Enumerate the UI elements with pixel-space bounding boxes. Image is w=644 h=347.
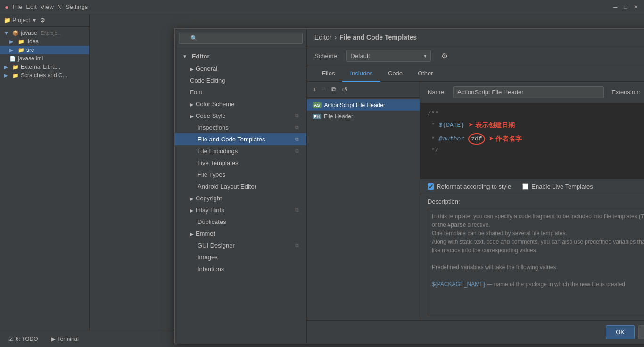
live-templates-checkbox[interactable] xyxy=(522,183,528,190)
tab-code[interactable]: Code xyxy=(380,66,410,82)
reformat-checkbox-label[interactable]: Reformat according to style xyxy=(428,183,511,190)
nav-item-copyright[interactable]: ▶Copyright xyxy=(175,192,306,204)
nav-gui-designer-label: GUI Designer xyxy=(190,242,235,249)
nav-duplicates-label: Duplicates xyxy=(190,218,226,225)
reformat-checkbox[interactable] xyxy=(428,183,434,190)
terminal-label: Terminal xyxy=(58,336,79,342)
template-item-actionscript[interactable]: AS ActionScript File Header xyxy=(307,99,420,111)
nav-item-code-editing[interactable]: Code Editing xyxy=(175,74,306,86)
scheme-label: Scheme: xyxy=(314,52,339,59)
as-badge: AS xyxy=(313,102,322,108)
template-name-input[interactable] xyxy=(453,86,604,98)
dialog-buttons: OK Cancel Apply xyxy=(307,320,644,344)
menu-edit[interactable]: Edit xyxy=(26,3,36,10)
nav-intentions-label: Intentions xyxy=(190,265,224,273)
nav-emmet-label: Emmet xyxy=(196,230,215,237)
description-title: Description: xyxy=(428,198,644,205)
nav-inspections-label: Inspections xyxy=(190,124,229,131)
nav-item-file-encodings[interactable]: File Encodings ⧉ xyxy=(175,145,306,157)
tab-includes[interactable]: Includes xyxy=(342,66,380,82)
template-actionscript-label: ActionScript File Header xyxy=(324,102,385,108)
breadcrumb: Editor › File and Code Templates xyxy=(314,33,417,41)
tree-item-external-libs[interactable]: ▶ 📁 External Libra... xyxy=(0,63,89,71)
template-file-header-label: File Header xyxy=(324,113,353,120)
settings-nav-list: ▼ Editor ▶General Code Editing Font xyxy=(175,48,306,344)
copy-icon-inlay-hints: ⧉ xyxy=(295,207,299,213)
close-button[interactable]: ✕ xyxy=(633,4,639,10)
bottom-tab-todo[interactable]: ☑ 6: TODO xyxy=(6,335,41,343)
code-line-3: *@author zdf ➤ 作者名字 xyxy=(428,132,644,146)
nav-item-live-templates[interactable]: Live Templates xyxy=(175,157,306,169)
menu-file[interactable]: File xyxy=(12,3,22,10)
nav-item-gui-designer[interactable]: GUI Designer ⧉ xyxy=(175,240,306,251)
template-name-row: Name: Extension: xyxy=(420,82,644,103)
settings-right-panel: Editor › File and Code Templates Reset S… xyxy=(307,29,644,344)
template-content: + − ⧉ ↺ AS ActionScript File Header xyxy=(307,82,644,320)
tab-other[interactable]: Other xyxy=(410,66,441,82)
live-templates-checkbox-label[interactable]: Enable Live Templates xyxy=(522,183,593,190)
cancel-button[interactable]: Cancel xyxy=(638,325,644,339)
nav-item-inspections[interactable]: Inspections ⧉ xyxy=(175,122,306,133)
project-sidebar: 📁 Project ▼ ⚙ ▼ 📦 javase E:\proje... ▶ 📁… xyxy=(0,14,90,330)
nav-item-android-layout-editor[interactable]: Android Layout Editor xyxy=(175,181,306,192)
nav-item-emmet[interactable]: ▶Emmet xyxy=(175,228,306,240)
copy-icon-inspections: ⧉ xyxy=(295,124,299,131)
app-icon: ● xyxy=(5,3,8,11)
nav-item-intentions[interactable]: Intentions xyxy=(175,263,306,275)
template-list: AS ActionScript File Header FH File Head… xyxy=(307,98,420,320)
code-editor[interactable]: /** *${DATE} ➤ 表示创建日期 *@author xyxy=(420,103,644,179)
nav-item-color-scheme[interactable]: ▶Color Scheme xyxy=(175,98,306,110)
ok-button[interactable]: OK xyxy=(606,325,635,339)
copy-template-button[interactable]: ⧉ xyxy=(330,84,338,94)
settings-dialog: ▼ Editor ▶General Code Editing Font xyxy=(174,28,644,344)
tree-item-javase-iml[interactable]: 📄 javase.iml xyxy=(0,54,89,63)
tab-files[interactable]: Files xyxy=(314,66,342,82)
add-template-button[interactable]: + xyxy=(311,85,318,94)
settings-search-input[interactable] xyxy=(179,33,303,44)
nav-item-duplicates[interactable]: Duplicates xyxy=(175,216,306,228)
project-tree: ▼ 📦 javase E:\proje... ▶ 📁 .idea ▶ 📁 src… xyxy=(0,27,89,330)
bottom-tab-terminal[interactable]: ▶ Terminal xyxy=(49,335,82,343)
tree-item-idea[interactable]: ▶ 📁 .idea xyxy=(0,37,89,46)
nav-live-templates-label: Live Templates xyxy=(190,159,238,166)
nav-item-inlay-hints[interactable]: ▶Inlay Hints ⧉ xyxy=(175,204,306,216)
todo-label: 6: TODO xyxy=(16,336,38,342)
nav-editor-group[interactable]: ▼ Editor xyxy=(175,50,306,63)
menu-view[interactable]: View xyxy=(41,3,54,10)
nav-item-file-types[interactable]: File Types xyxy=(175,169,306,181)
template-list-panel: + − ⧉ ↺ AS ActionScript File Header xyxy=(307,82,420,320)
copy-icon-code-style: ⧉ xyxy=(295,113,299,119)
nav-item-code-style[interactable]: ▶Code Style ⧉ xyxy=(175,110,306,122)
nav-file-code-templates-label: File and Code Templates xyxy=(190,136,265,143)
chevron-down-icon: ▼ xyxy=(182,54,187,59)
extension-field-label: Extension: xyxy=(611,89,640,96)
remove-template-button[interactable]: − xyxy=(320,85,328,94)
settings-icon-small[interactable]: ⚙ xyxy=(40,17,45,24)
project-label: 📁 Project ▼ xyxy=(4,17,37,24)
scheme-select[interactable]: Default xyxy=(346,50,431,62)
tree-item-javase[interactable]: ▼ 📦 javase E:\proje... xyxy=(0,29,89,37)
template-item-file-header[interactable]: FH File Header xyxy=(307,111,420,122)
nav-item-font[interactable]: Font xyxy=(175,86,306,98)
nav-copyright-label: Copyright xyxy=(196,195,222,202)
menu-n[interactable]: N xyxy=(58,3,62,10)
nav-item-images[interactable]: Images xyxy=(175,251,306,263)
live-templates-label-text: Enable Live Templates xyxy=(531,183,593,190)
code-line-1: /** xyxy=(428,109,644,119)
reset-template-button[interactable]: ↺ xyxy=(340,85,349,94)
tree-item-scratches[interactable]: ▶ 📁 Scratches and C... xyxy=(0,71,89,80)
scheme-gear-button[interactable]: ⚙ xyxy=(438,50,451,61)
code-line-2: *${DATE} ➤ 表示创建日期 xyxy=(428,119,644,132)
tree-item-src[interactable]: ▶ 📁 src xyxy=(0,46,89,54)
maximize-button[interactable]: □ xyxy=(622,4,629,10)
nav-images-label: Images xyxy=(190,254,218,261)
minimize-button[interactable]: ─ xyxy=(612,4,619,10)
scheme-select-wrapper[interactable]: Default xyxy=(346,50,431,62)
nav-editor-label: Editor xyxy=(192,53,210,60)
settings-search-area[interactable] xyxy=(175,29,306,48)
nav-item-file-and-code-templates[interactable]: File and Code Templates ⧉ xyxy=(175,133,306,145)
window-controls: ─ □ ✕ xyxy=(612,4,639,10)
nav-item-general[interactable]: ▶General xyxy=(175,63,306,74)
breadcrumb-parent: Editor xyxy=(314,33,332,41)
nav-font-label: Font xyxy=(190,89,202,96)
